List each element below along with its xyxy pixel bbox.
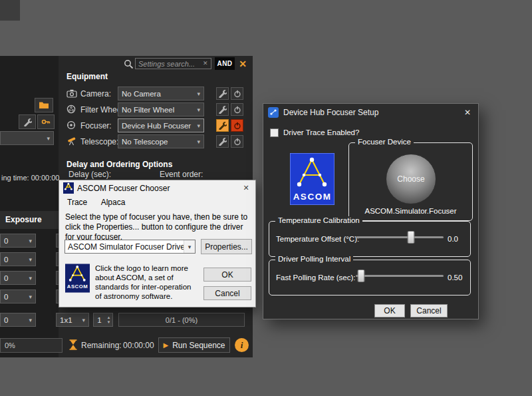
fast-polling-value: 0.50 bbox=[448, 274, 462, 282]
seq-binning-value: 1x1 bbox=[60, 316, 72, 324]
slider-track bbox=[356, 275, 444, 277]
step-up-icon[interactable]: ▲ bbox=[107, 315, 111, 320]
driver-select[interactable]: ASCOM Simulator Focuser Driver ▾ bbox=[65, 240, 196, 254]
seq-count-select[interactable]: 0▾ bbox=[0, 252, 36, 266]
row-progress-bar: 0/1 - (0%) bbox=[118, 313, 245, 327]
telescope-select-value: No Telescope bbox=[122, 138, 168, 146]
filter-wheel-select-value: No Filter Wheel bbox=[122, 106, 174, 114]
driver-trace-checkbox[interactable] bbox=[270, 128, 279, 137]
seq-count-value: 0 bbox=[4, 274, 8, 282]
focuser-connect-button[interactable] bbox=[231, 119, 243, 132]
ascom-icon bbox=[63, 182, 74, 194]
chevron-down-icon: ▾ bbox=[197, 91, 200, 97]
chevron-down-icon: ▾ bbox=[197, 138, 200, 145]
ascom-logo[interactable]: ASCOM bbox=[65, 264, 90, 293]
wrench-icon bbox=[218, 121, 227, 130]
seq-count-select[interactable]: 0▾ bbox=[0, 234, 36, 248]
hourglass-icon bbox=[69, 339, 77, 350]
focuser-device-group: Focuser Device Choose ASCOM.Simulator.Fo… bbox=[348, 142, 473, 221]
chooser-logo-caption: Click the logo to learn more about ASCOM… bbox=[95, 264, 198, 301]
telescope-settings-button[interactable] bbox=[216, 135, 229, 148]
chooser-title: ASCOM Focuser Chooser bbox=[77, 184, 170, 193]
seq-binning-select[interactable]: 1x1▾ bbox=[56, 313, 89, 327]
device-hub-icon bbox=[268, 107, 279, 118]
exposure-header: Exposure bbox=[0, 211, 59, 229]
telescope-connect-button[interactable] bbox=[231, 135, 243, 148]
fast-polling-slider[interactable] bbox=[356, 269, 444, 284]
properties-button[interactable]: Properties... bbox=[201, 239, 252, 254]
slider-thumb[interactable] bbox=[357, 270, 364, 282]
camera-settings-button[interactable] bbox=[216, 87, 229, 100]
chevron-down-icon: ▾ bbox=[29, 275, 32, 282]
slider-track bbox=[356, 236, 444, 238]
ascom-logo-text: ASCOM bbox=[67, 284, 88, 290]
chooser-close-button[interactable]: ✕ bbox=[239, 182, 253, 194]
temperature-offset-slider[interactable] bbox=[356, 230, 444, 245]
ascom-chooser-dialog: ASCOM Focuser Chooser ✕ Trace Alpaca Sel… bbox=[59, 180, 256, 307]
polling-group-label: Driver Polling Interval bbox=[275, 255, 353, 263]
seq-count-select[interactable]: 0▾ bbox=[0, 313, 36, 327]
driver-polling-group: Driver Polling Interval Fast Polling Rat… bbox=[269, 260, 471, 296]
choose-button[interactable]: Choose bbox=[386, 154, 436, 204]
equipment-title: Equipment bbox=[66, 72, 108, 81]
menu-trace[interactable]: Trace bbox=[62, 196, 92, 209]
iterations-stepper[interactable]: 1 ▲▼ bbox=[93, 313, 113, 327]
chooser-ok-button[interactable]: OK bbox=[203, 268, 251, 282]
chevron-down-icon: ▾ bbox=[82, 317, 85, 323]
menu-alpaca[interactable]: Alpaca bbox=[96, 196, 131, 209]
temperature-offset-label: Temperature Offset (°C): bbox=[276, 235, 359, 243]
temperature-calibration-group: Temperature Calibration Temperature Offs… bbox=[269, 221, 471, 257]
setup-cancel-button[interactable]: Cancel bbox=[410, 304, 448, 317]
info-icon[interactable]: i bbox=[235, 338, 249, 352]
chevron-down-icon: ▾ bbox=[29, 294, 32, 300]
setup-close-button[interactable]: ✕ bbox=[460, 106, 475, 118]
step-down-icon[interactable]: ▼ bbox=[107, 320, 111, 325]
focuser-settings-button[interactable] bbox=[216, 119, 229, 132]
filter-wheel-settings-button[interactable] bbox=[216, 103, 229, 116]
run-sequence-button[interactable]: ▶ Run Sequence bbox=[158, 337, 230, 353]
exposure-header-label: Exposure bbox=[5, 215, 42, 224]
tool-button[interactable] bbox=[19, 114, 36, 129]
chooser-cancel-button[interactable]: Cancel bbox=[203, 286, 251, 300]
ascom-logo[interactable]: ASCOM bbox=[290, 153, 334, 205]
connect-key-button[interactable] bbox=[37, 114, 55, 129]
power-icon bbox=[233, 122, 241, 130]
row-progress-text: 0/1 - (0%) bbox=[166, 316, 198, 324]
remaining-value: 00:00:00 bbox=[123, 341, 154, 350]
camera-connect-button[interactable] bbox=[231, 87, 243, 100]
seq-count-value: 0 bbox=[4, 316, 8, 324]
run-sequence-label: Run Sequence bbox=[172, 341, 225, 350]
chevron-down-icon: ▾ bbox=[197, 106, 200, 113]
seq-count-value: 0 bbox=[4, 256, 8, 264]
filter-wheel-select[interactable]: No Filter Wheel ▾ bbox=[118, 102, 204, 116]
chevron-down-icon: ▾ bbox=[47, 135, 50, 142]
remaining-label: Remaining: bbox=[81, 341, 122, 350]
camera-select[interactable]: No Camera ▾ bbox=[118, 87, 204, 100]
temperature-group-label: Temperature Calibration bbox=[275, 216, 362, 224]
setup-ok-button[interactable]: OK bbox=[374, 304, 405, 317]
left-fragment-select[interactable]: ▾ bbox=[0, 131, 54, 145]
seq-count-select[interactable]: 0▾ bbox=[0, 290, 36, 303]
search-close-button[interactable]: ✕ bbox=[237, 57, 249, 70]
device-hub-setup-dialog: Device Hub Focuser Setup ✕ Driver Trace … bbox=[263, 103, 479, 319]
wrench-icon bbox=[23, 118, 32, 126]
delay-sec-label: Delay (sec): bbox=[68, 170, 111, 179]
wrench-icon bbox=[218, 89, 227, 98]
focuser-select[interactable]: Device Hub Focuser ▾ bbox=[118, 118, 204, 132]
search-input[interactable] bbox=[135, 58, 211, 69]
open-folder-button[interactable] bbox=[35, 98, 53, 112]
search-and-button[interactable]: AND bbox=[215, 57, 235, 70]
camera-label: Camera: bbox=[80, 89, 111, 99]
chevron-down-icon: ▾ bbox=[29, 238, 32, 244]
telescope-select[interactable]: No Telescope ▾ bbox=[118, 134, 204, 148]
search-clear-icon[interactable]: ✕ bbox=[203, 60, 208, 67]
event-order-label: Event order: bbox=[160, 170, 203, 179]
seq-count-select[interactable]: 0▾ bbox=[0, 271, 36, 285]
chevron-down-icon: ▾ bbox=[197, 122, 200, 129]
chevron-down-icon: ▾ bbox=[29, 256, 32, 263]
driver-select-value: ASCOM Simulator Focuser Driver bbox=[65, 242, 184, 252]
seq-count-value: 0 bbox=[4, 293, 8, 301]
slider-thumb[interactable] bbox=[408, 231, 415, 244]
filter-wheel-connect-button[interactable] bbox=[231, 103, 243, 116]
download-time-text: ing time: 00:00:00 bbox=[1, 174, 59, 182]
